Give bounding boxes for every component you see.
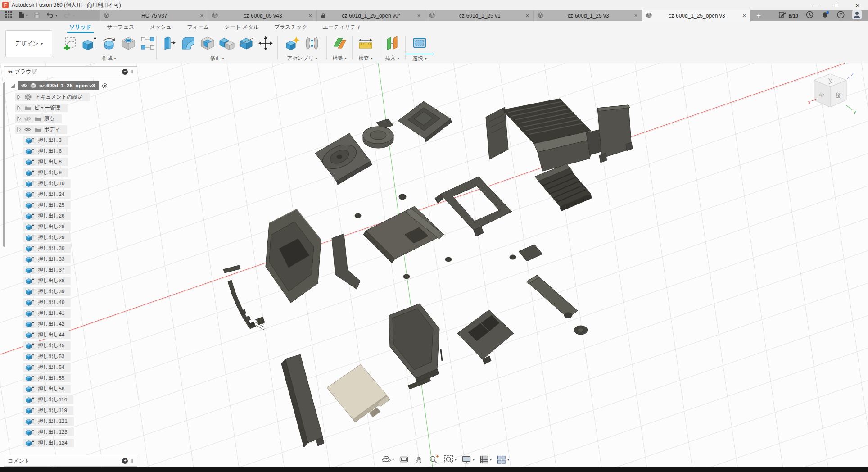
tree-feature-row[interactable]: 押し出し123 (23, 428, 137, 436)
insert-icon[interactable] (384, 35, 401, 52)
chevron-down-icon[interactable]: ▾ (507, 458, 509, 462)
document-tab[interactable]: cz-601d_1_25_open v0* × (317, 10, 425, 21)
revolve-icon[interactable] (100, 35, 118, 52)
visibility-eye-off-icon[interactable] (24, 116, 31, 122)
close-tab-icon[interactable]: × (524, 12, 530, 19)
env-tab[interactable]: プラスチック (267, 21, 315, 33)
select-group-dropdown[interactable]: 選択▾ (406, 54, 434, 63)
chevron-down-icon[interactable]: ▾ (455, 458, 457, 462)
expand-arrow-icon[interactable] (17, 94, 21, 100)
new-tab-button[interactable]: + (751, 10, 766, 21)
env-tab[interactable]: ユーティリティ (315, 21, 369, 33)
joint-icon[interactable] (303, 35, 321, 52)
undo-caret-icon[interactable]: ▾ (56, 14, 58, 18)
tree-feature-row[interactable]: 押し出し40 (23, 298, 137, 307)
viewport[interactable]: 上 右 後 X Y Z ◀◀ ブラウザ − ‖ (0, 63, 868, 467)
close-button[interactable]: × (847, 0, 868, 10)
avatar[interactable] (852, 10, 862, 21)
create-group-dropdown[interactable]: 作成▾ (62, 54, 156, 63)
expand-arrow-icon[interactable] (10, 83, 15, 88)
tree-feature-row[interactable]: 押し出し8 (23, 158, 137, 166)
clock-icon[interactable] (806, 11, 814, 20)
browser-header[interactable]: ◀◀ ブラウザ − ‖ (4, 66, 137, 77)
tree-feature-row[interactable]: 押し出し114 (23, 395, 137, 404)
assemble-group-dropdown[interactable]: アセンブリ▾ (278, 54, 326, 63)
insert-group-dropdown[interactable]: 挿入▾ (379, 54, 405, 63)
shell-icon[interactable] (199, 35, 216, 52)
tree-feature-row[interactable]: 押し出し41 (23, 309, 137, 318)
modify-group-dropdown[interactable]: 修正▾ (157, 54, 277, 63)
env-tab[interactable]: メッシュ (142, 21, 179, 33)
display-settings-tool[interactable]: ▾ (461, 454, 475, 465)
minimize-button[interactable]: — (806, 0, 827, 10)
visibility-eye-icon[interactable] (24, 127, 31, 132)
measure-icon[interactable] (357, 35, 374, 52)
expand-arrow-icon[interactable] (17, 116, 21, 122)
cad-part-ring[interactable] (574, 326, 588, 335)
tree-feature-row[interactable]: 押し出し33 (23, 255, 137, 263)
tree-feature-row[interactable]: 押し出し124 (23, 439, 137, 447)
tree-feature-row[interactable]: 押し出し54 (23, 363, 137, 372)
split-body-icon[interactable] (238, 35, 255, 52)
tree-feature-row[interactable]: 押し出し55 (23, 374, 137, 382)
viewports-tool[interactable]: ▾ (496, 454, 510, 465)
tree-feature-row[interactable]: 押し出し37 (23, 266, 137, 274)
pattern-icon[interactable] (139, 35, 156, 52)
combine-icon[interactable] (218, 35, 235, 52)
document-tab[interactable]: cz-600d_1_25_open v3 × (642, 10, 750, 21)
tree-feature-row[interactable]: 押し出し9 (23, 168, 137, 177)
move-copy-icon[interactable] (257, 35, 274, 52)
close-tab-icon[interactable]: × (416, 12, 421, 19)
tree-feature-row[interactable]: 押し出し56 (23, 385, 137, 393)
panel-grip[interactable]: ‖ (131, 458, 133, 463)
env-tab[interactable]: サーフェス (99, 21, 142, 33)
tree-feature-row[interactable]: 押し出し26 (23, 212, 137, 220)
chevron-down-icon[interactable]: ▾ (392, 458, 394, 462)
comment-bar[interactable]: コメント + ‖ (4, 455, 137, 467)
document-tab[interactable]: cz-601d_1_25 v1 × (425, 10, 533, 21)
undo-icon[interactable] (46, 12, 54, 20)
fit-tool[interactable]: ▾ (443, 454, 457, 465)
inspect-group-dropdown[interactable]: 検査▾ (353, 54, 379, 63)
file-menu-icon[interactable] (18, 11, 24, 20)
chevron-down-icon[interactable]: ▾ (490, 458, 492, 462)
tree-folder-row[interactable]: ドキュメントの設定 (15, 93, 137, 101)
window-select-icon[interactable] (411, 35, 428, 52)
tree-feature-row[interactable]: 押し出し119 (23, 406, 137, 415)
env-tab[interactable]: シート メタル (217, 21, 267, 33)
tree-root-row[interactable]: cz-600d_1_25_open v3 (10, 81, 137, 90)
add-comment-icon[interactable]: + (122, 458, 128, 464)
redo-caret-icon[interactable]: ▾ (73, 14, 75, 18)
chevron-down-icon[interactable]: ▾ (473, 458, 475, 462)
view-cube[interactable]: 上 右 後 X Y Z (807, 70, 863, 122)
tree-feature-row[interactable]: 押し出し45 (23, 341, 137, 350)
create-sketch-icon[interactable] (62, 35, 79, 52)
document-tab[interactable]: cz-600d_1_25 v3 × (534, 10, 642, 21)
close-tab-icon[interactable]: × (199, 12, 204, 19)
new-component-icon[interactable] (284, 35, 301, 52)
tree-folder-row[interactable]: ビュー管理 (15, 104, 137, 112)
tree-folder-row[interactable]: 原点 (15, 114, 137, 123)
document-tab[interactable]: cz-600d_05 v43 × (208, 10, 316, 21)
orbit-tool[interactable]: ▾ (380, 454, 395, 465)
job-status-icon[interactable] (778, 11, 787, 20)
tree-feature-row[interactable]: 押し出し25 (23, 201, 137, 209)
tree-feature-row[interactable]: 押し出し38 (23, 277, 137, 285)
tree-feature-row[interactable]: 押し出し6 (23, 147, 137, 155)
tree-feature-row[interactable]: 押し出し53 (23, 352, 137, 361)
notification-bell-icon[interactable] (821, 11, 829, 20)
close-tab-icon[interactable]: × (633, 12, 638, 19)
construct-group-dropdown[interactable]: 構築▾ (327, 54, 352, 63)
tree-feature-row[interactable]: 押し出し42 (23, 320, 137, 328)
look-at-tool[interactable] (398, 454, 410, 465)
tree-feature-row[interactable]: 押し出し44 (23, 331, 137, 339)
app-grid-icon[interactable] (5, 11, 12, 20)
restore-button[interactable] (827, 0, 847, 10)
tree-feature-row[interactable]: 押し出し24 (23, 190, 137, 199)
document-tab[interactable]: HC-75 v37 × (100, 10, 208, 21)
redo-icon[interactable] (63, 12, 71, 20)
tree-folder-row[interactable]: ボディ (15, 125, 137, 134)
help-icon[interactable]: ? (837, 11, 845, 20)
env-tab[interactable]: フォーム (179, 21, 217, 33)
press-pull-icon[interactable] (160, 35, 177, 52)
